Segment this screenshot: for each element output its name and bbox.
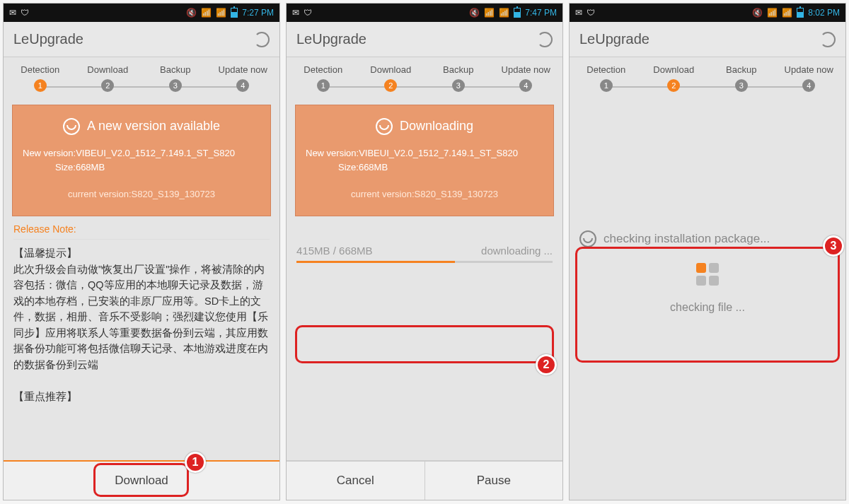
signal-icon: 📶 xyxy=(216,8,226,18)
step-download[interactable]: Download2 xyxy=(357,64,425,92)
battery-icon xyxy=(231,8,238,18)
battery-icon xyxy=(514,8,521,18)
cancel-button[interactable]: Cancel xyxy=(287,462,425,500)
wifi-icon: 📶 xyxy=(201,8,212,18)
progress-fill xyxy=(296,261,455,263)
pause-button[interactable]: Pause xyxy=(425,462,563,500)
download-button[interactable]: Download xyxy=(4,462,279,500)
app-header: LeUpgrade xyxy=(4,22,279,57)
refresh-icon[interactable] xyxy=(820,32,836,47)
phone-screen-3: ✉ 🛡 🔇 📶 📶 8:02 PM LeUpgrade Detection1 D… xyxy=(569,3,846,500)
card-title: Downloading xyxy=(400,117,473,136)
steps-tracker: Detection1 Download2 Backup3 Update now4 xyxy=(287,57,562,96)
shield-icon: 🛡 xyxy=(304,8,312,18)
step-backup[interactable]: Backup3 xyxy=(708,64,775,92)
loading-icon xyxy=(693,263,722,286)
signal-icon: 📶 xyxy=(499,8,509,18)
clock: 7:27 PM xyxy=(242,8,274,18)
app-title: LeUpgrade xyxy=(13,31,83,47)
step-update[interactable]: Update now4 xyxy=(492,64,560,92)
smiley-icon xyxy=(376,118,393,135)
envelope-icon: ✉ xyxy=(575,8,582,18)
app-title: LeUpgrade xyxy=(579,31,649,47)
step-backup[interactable]: Backup3 xyxy=(142,64,209,92)
clock: 7:47 PM xyxy=(525,8,557,18)
envelope-icon: ✉ xyxy=(292,8,299,18)
status-bar: ✉ 🛡 🔇 📶 📶 7:47 PM xyxy=(287,4,562,22)
mute-icon: 🔇 xyxy=(186,8,197,18)
badge-1: 1 xyxy=(185,452,206,473)
wifi-icon: 📶 xyxy=(767,8,778,18)
refresh-icon[interactable] xyxy=(537,32,553,47)
checking-status: checking file ... xyxy=(579,301,836,314)
refresh-icon[interactable] xyxy=(254,32,270,47)
checking-title: checking installation package... xyxy=(603,232,770,246)
bottom-bar: Cancel Pause xyxy=(287,460,562,500)
shield-icon: 🛡 xyxy=(587,8,595,18)
step-detection[interactable]: Detection1 xyxy=(289,64,357,92)
phone-screen-2: ✉ 🛡 🔇 📶 📶 7:47 PM LeUpgrade Detection1 D… xyxy=(286,3,563,500)
smiley-icon xyxy=(63,118,80,135)
checking-panel: checking installation package... checkin… xyxy=(579,230,836,314)
clock: 8:02 PM xyxy=(808,8,840,18)
release-notes: 【温馨提示】 此次升级会自动做"恢复出厂设置"操作，将被清除的内容包括：微信，Q… xyxy=(13,245,270,404)
bottom-bar: Download xyxy=(4,460,279,500)
battery-icon xyxy=(797,8,804,18)
smiley-icon xyxy=(579,230,596,247)
step-download[interactable]: Download2 xyxy=(74,64,142,92)
phone-screen-1: ✉ 🛡 🔇 📶 📶 7:27 PM LeUpgrade Detection1 D… xyxy=(3,3,280,500)
steps-tracker: Detection1 Download2 Backup3 Update now4 xyxy=(570,57,845,96)
wifi-icon: 📶 xyxy=(484,8,495,18)
step-download[interactable]: Download2 xyxy=(640,64,708,92)
step-detection[interactable]: Detection1 xyxy=(6,64,74,92)
update-card: Downloading New version:VIBEUI_V2.0_1512… xyxy=(295,105,554,216)
envelope-icon: ✉ xyxy=(9,8,16,18)
badge-3: 3 xyxy=(823,235,844,257)
status-bar: ✉ 🛡 🔇 📶 📶 8:02 PM xyxy=(570,4,845,22)
step-update[interactable]: Update now4 xyxy=(775,64,843,92)
update-card: A new version available New version:VIBE… xyxy=(12,105,271,216)
steps-tracker: Detection1 Download2 Backup3 Update now4 xyxy=(4,57,279,96)
download-progress: 415MB / 668MB downloading ... xyxy=(296,245,553,263)
card-title: A new version available xyxy=(87,117,220,136)
badge-2: 2 xyxy=(536,354,557,375)
release-note-label: Release Note: xyxy=(13,223,270,240)
mute-icon: 🔇 xyxy=(752,8,763,18)
progress-status: downloading ... xyxy=(481,245,553,257)
status-bar: ✉ 🛡 🔇 📶 📶 7:27 PM xyxy=(4,4,279,22)
shield-icon: 🛡 xyxy=(21,8,29,18)
app-title: LeUpgrade xyxy=(296,31,366,47)
app-header: LeUpgrade xyxy=(570,22,845,57)
step-detection[interactable]: Detection1 xyxy=(572,64,640,92)
step-update[interactable]: Update now4 xyxy=(209,64,277,92)
step-backup[interactable]: Backup3 xyxy=(424,64,492,92)
mute-icon: 🔇 xyxy=(469,8,480,18)
callout-2 xyxy=(295,325,554,363)
app-header: LeUpgrade xyxy=(287,22,562,57)
signal-icon: 📶 xyxy=(782,8,792,18)
